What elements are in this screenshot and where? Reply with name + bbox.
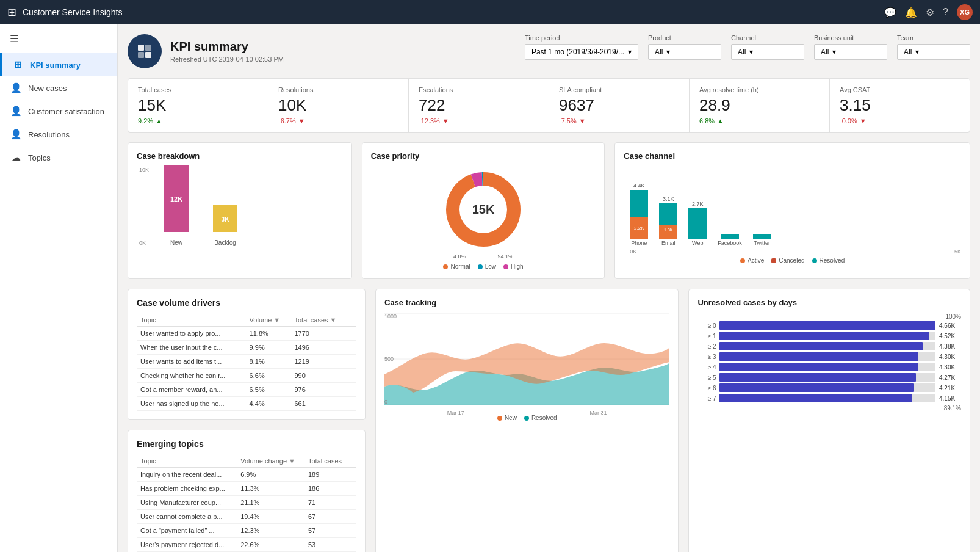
chevron-down-icon: ▾ <box>666 48 670 56</box>
kpi-card-0: Total cases 15K 9.2% ▲ <box>128 79 268 132</box>
help-icon[interactable]: ? <box>943 7 948 18</box>
kpi-card-label-4: Avg resolve time (h) <box>699 86 820 93</box>
filter-bu-label: Business unit <box>814 34 887 42</box>
svg-rect-3 <box>145 52 151 58</box>
filter-team-label: Team <box>897 34 970 42</box>
case-tracking-card: Case tracking 10 <box>375 289 679 552</box>
sidebar-item-csat[interactable]: 👤 Customer satisfaction <box>0 100 117 123</box>
kpi-card-value-1: 10K <box>278 96 398 115</box>
kpi-card-label-2: Escalations <box>419 86 539 93</box>
unresolved-row: ≥ 6 4.21K <box>697 383 961 392</box>
legend-high: High <box>503 263 524 270</box>
sidebar-item-kpi[interactable]: ⊞ KPI summary <box>0 53 117 76</box>
unresolved-row: ≥ 4 4.30K <box>697 363 961 371</box>
chevron-down-icon: ▾ <box>832 48 836 56</box>
top-nav: ⊞ Customer Service Insights 💬 🔔 ⚙ ? XG <box>0 0 980 24</box>
svg-text:12K: 12K <box>170 195 182 203</box>
table-row: User has signed up the ne...4.4%661 <box>137 397 356 411</box>
case-channel-card: Case channel 4.4K 2.2K Phone <box>614 142 970 279</box>
legend-canceled: Canceled <box>771 257 804 264</box>
svg-rect-1 <box>145 45 151 51</box>
table-row: When the user input the c...9.9%1496 <box>137 341 356 355</box>
page-subtitle: Refreshed UTC 2019-04-10 02:53 PM <box>170 56 284 63</box>
filter-channel-select[interactable]: All ▾ <box>731 44 804 60</box>
sidebar-item-resolutions[interactable]: 👤 Resolutions <box>0 123 117 146</box>
bottom-row: Case volume drivers Topic Volume ▼ Total… <box>128 289 970 552</box>
table-row: Got a member reward, an...6.5%976 <box>137 383 356 397</box>
sidebar-item-topics[interactable]: ☁ Topics <box>0 146 117 169</box>
sidebar-icon-topics: ☁ <box>10 152 22 163</box>
avatar[interactable]: XG <box>957 4 973 20</box>
chat-icon[interactable]: 💬 <box>884 7 896 18</box>
kpi-icon <box>128 34 162 68</box>
sidebar: ☰ ⊞ KPI summary👤 New cases👤 Customer sat… <box>0 24 118 552</box>
kpi-card-label-3: SLA compliant <box>559 86 679 93</box>
unresolved-row: ≥ 0 4.66K <box>697 321 961 330</box>
grid-icon[interactable]: ⊞ <box>7 5 16 19</box>
main-content: KPI summary Refreshed UTC 2019-04-10 02:… <box>118 24 980 552</box>
svg-rect-0 <box>138 45 144 51</box>
kpi-card-4: Avg resolve time (h) 28.9 6.8% ▲ <box>690 79 830 132</box>
kpi-card-label-0: Total cases <box>138 86 258 93</box>
filter-team: Team All ▾ <box>897 34 970 60</box>
kpi-card-1: Resolutions 10K -6.7% ▼ <box>268 79 409 132</box>
filter-team-select[interactable]: All ▾ <box>897 44 970 60</box>
case-channel-title: Case channel <box>624 151 961 161</box>
sidebar-label-topics: Topics <box>28 153 51 162</box>
sidebar-label-new-cases: New cases <box>28 84 67 93</box>
page-header: KPI summary Refreshed UTC 2019-04-10 02:… <box>128 34 970 68</box>
col-topic: Topic <box>137 455 237 468</box>
kpi-card-value-4: 28.9 <box>699 96 820 115</box>
table-row: User cannot complete a p...19.4%67 <box>137 510 356 524</box>
chevron-down-icon: ▾ <box>628 48 632 56</box>
kpi-card-label-1: Resolutions <box>278 86 398 93</box>
emerging-topics-title: Emerging topics <box>137 439 356 449</box>
emerging-topics-card: Emerging topics Topic Volume change ▼ To… <box>128 430 366 552</box>
chevron-down-icon: ▾ <box>749 48 753 56</box>
col-total: Total cases ▼ <box>290 314 349 327</box>
bell-icon[interactable]: 🔔 <box>905 7 917 18</box>
unresolved-row: ≥ 2 4.38K <box>697 342 961 350</box>
app-title: Customer Service Insights <box>23 7 878 17</box>
legend-resolved: Resolved <box>812 257 845 264</box>
pct-100-label: 100% <box>697 313 961 320</box>
filter-product-select[interactable]: All ▾ <box>648 44 721 60</box>
kpi-card-change-2: -12.3% ▼ <box>419 117 539 125</box>
kpi-card-value-0: 15K <box>138 96 258 115</box>
unresolved-row: ≥ 1 4.52K <box>697 332 961 340</box>
sidebar-label-resolutions: Resolutions <box>28 130 70 139</box>
legend-low: Low <box>478 263 496 270</box>
kpi-card-value-3: 9637 <box>559 96 679 115</box>
emerging-topics-table: Topic Volume change ▼ Total cases Inquir… <box>137 455 356 552</box>
filters: Time period Past 1 mo (2019/3/9-2019/...… <box>525 34 970 60</box>
kpi-card-5: Avg CSAT 3.15 -0.0% ▼ <box>830 79 970 132</box>
filter-time-select[interactable]: Past 1 mo (2019/3/9-2019/... ▾ <box>525 44 638 60</box>
filter-time-label: Time period <box>525 34 638 42</box>
col-volume-change: Volume change ▼ <box>237 455 304 468</box>
unresolved-chart: ≥ 0 4.66K ≥ 1 4.52K ≥ 2 4.38K ≥ 3 4.30K … <box>697 321 961 402</box>
kpi-card-value-2: 722 <box>419 96 539 115</box>
kpi-card-value-5: 3.15 <box>840 96 960 115</box>
sidebar-icon-csat: 👤 <box>10 106 22 117</box>
pct-89-label: 89.1% <box>697 405 961 412</box>
sidebar-item-new-cases[interactable]: 👤 New cases <box>0 76 117 100</box>
svg-text:3K: 3K <box>222 216 230 223</box>
table-row: Inquiry on the recent deal...6.9%189 <box>137 468 356 482</box>
unresolved-title: Unresolved cases by days <box>697 298 961 307</box>
table-row: User wants to add items t...8.1%1219 <box>137 355 356 369</box>
chevron-down-icon: ▾ <box>915 48 919 56</box>
settings-icon[interactable]: ⚙ <box>926 7 934 18</box>
sidebar-icon-kpi: ⊞ <box>12 59 24 70</box>
kpi-card-change-3: -7.5% ▼ <box>559 117 679 125</box>
col-topic: Topic <box>137 314 246 327</box>
filter-bu-select[interactable]: All ▾ <box>814 44 887 60</box>
table-row: User wanted to apply pro...11.8%1770 <box>137 327 356 341</box>
table-row: Using Manufacturer coup...21.1%71 <box>137 496 356 510</box>
sidebar-label-kpi: KPI summary <box>30 60 81 70</box>
kpi-card-2: Escalations 722 -12.3% ▼ <box>409 79 549 132</box>
col-volume: Volume ▼ <box>246 314 291 327</box>
filter-business-unit: Business unit All ▾ <box>814 34 887 60</box>
hamburger-icon[interactable]: ☰ <box>0 24 117 53</box>
sidebar-label-csat: Customer satisfaction <box>28 107 104 116</box>
table-row: User's paymenr rejected d...22.6%53 <box>137 538 356 552</box>
